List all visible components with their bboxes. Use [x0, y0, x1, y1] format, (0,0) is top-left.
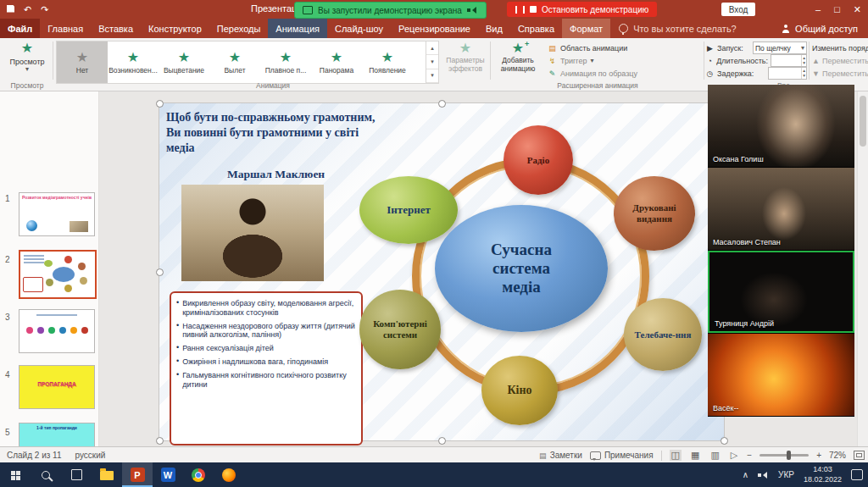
redo-icon[interactable]: ↷ [41, 5, 48, 14]
notes-button[interactable]: ▤ Заметки [539, 451, 582, 460]
clock[interactable]: 14:03 18.02.2022 [804, 465, 842, 484]
tab-format[interactable]: Формат [562, 19, 610, 38]
vertical-scrollbar[interactable] [857, 91, 868, 446]
resize-handle[interactable] [438, 437, 446, 445]
zoom-slider-thumb[interactable] [787, 451, 791, 460]
tab-slideshow[interactable]: Слайд-шоу [327, 19, 391, 38]
participant-tile[interactable]: Васёк-- [708, 334, 854, 416]
gallery-item-fade[interactable]: ★ Выцветание [159, 42, 209, 83]
tab-animations[interactable]: Анимация [268, 19, 327, 38]
circle-radio[interactable]: Радіо [504, 125, 573, 195]
fit-slide-button[interactable] [854, 451, 865, 460]
comments-button[interactable]: Примечания [590, 451, 654, 460]
resize-handle[interactable] [156, 268, 164, 276]
tab-help[interactable]: Справка [510, 19, 562, 38]
tab-design[interactable]: Конструктор [141, 19, 209, 38]
slide-thumbnail-5[interactable]: 1-й тип пропаганди [19, 423, 95, 446]
circle-computer-systems[interactable]: Комп'ютерні системи [359, 290, 441, 369]
taskbar-explorer[interactable] [92, 462, 122, 487]
language-status[interactable]: русский [75, 451, 106, 460]
gallery-item-appear[interactable]: ★ Возникновен... [108, 42, 159, 83]
participant-tile[interactable]: Масалович Степан [708, 168, 854, 250]
effect-options-button[interactable]: ★ Параметры эффектов [442, 41, 488, 80]
login-button[interactable]: Вход [721, 3, 755, 16]
resize-handle[interactable] [156, 100, 164, 108]
spinner-arrows[interactable]: ▴▾ [801, 55, 806, 66]
zoom-out-button[interactable]: − [747, 451, 752, 460]
slide-thumbnail-3[interactable] [19, 309, 95, 353]
circle-television[interactable]: Телебаче-ння [624, 298, 702, 371]
undo-icon[interactable]: ↶ [24, 5, 31, 14]
circle-print-media[interactable]: Друковані видання [614, 176, 695, 251]
slide-thumbnail-4[interactable]: ПРОПАГАНДА [19, 365, 95, 409]
gallery-item-float-in[interactable]: ★ Плавное п... [260, 42, 311, 83]
scrollbar-thumb[interactable] [860, 96, 866, 147]
task-view-button[interactable] [61, 462, 92, 487]
gallery-item-pan[interactable]: ★ Панорама [311, 42, 362, 83]
tab-insert[interactable]: Вставка [91, 19, 141, 38]
slide-thumbnail-1[interactable]: Розвиток медіаграмотності учнів [19, 192, 95, 236]
zoom-level[interactable]: 72% [829, 451, 846, 460]
trigger-button[interactable]: ↯ Триггер ▾ [548, 54, 700, 67]
delay-label: Задержка: [717, 69, 754, 78]
preview-button[interactable]: ★ Просмотр ▾ [3, 41, 51, 80]
add-animation-button[interactable]: ★ + Добавить анимацию [493, 41, 542, 80]
lightning-icon: ↯ [548, 57, 557, 65]
normal-view-button[interactable]: ◫ [670, 450, 682, 461]
resize-handle[interactable] [438, 100, 446, 108]
gallery-item-fly-in[interactable]: ★ Вылет [209, 42, 260, 83]
child-laptop-photo[interactable] [181, 185, 324, 281]
participant-tile-speaking[interactable]: Туряниця Андрій [708, 251, 854, 333]
volume-icon[interactable] [758, 470, 769, 479]
share-button[interactable]: Общий доступ [771, 19, 868, 38]
search-button[interactable] [31, 462, 61, 487]
stop-share-button[interactable]: Остановить демонстрацию [507, 2, 657, 17]
tab-transitions[interactable]: Переходы [209, 19, 269, 38]
slide-title-textbox[interactable]: Щоб бути по-справжньому грамотним, Ви по… [166, 110, 380, 157]
save-icon[interactable] [7, 5, 14, 14]
gallery-scroll-up[interactable]: ▴ [426, 42, 438, 55]
resize-handle[interactable] [721, 437, 728, 445]
gallery-item-wipe[interactable]: ★ Появление [362, 42, 413, 83]
gallery-item-none[interactable]: ★ Нет [57, 42, 108, 83]
slide-bullets-box[interactable]: •Викривлення образу світу, моделювання а… [170, 291, 363, 445]
tray-chevron-icon[interactable]: ∧ [743, 470, 748, 479]
taskbar-word[interactable]: W [153, 462, 183, 487]
participant-tile[interactable]: Оксана Голиш [708, 85, 854, 167]
action-center-button[interactable] [851, 469, 863, 480]
move-earlier-button[interactable]: ▲ Переместить назад [812, 54, 868, 67]
reading-view-button[interactable]: ▥ [709, 450, 721, 461]
circle-internet[interactable]: Інтернет [359, 176, 458, 244]
slide-sorter-view-button[interactable]: ▦ [689, 450, 701, 461]
delay-input[interactable]: ▴▾ [768, 67, 807, 80]
circle-cinema[interactable]: Кіно [481, 356, 558, 425]
tab-view[interactable]: Вид [478, 19, 510, 38]
language-indicator[interactable]: УКР [778, 470, 794, 479]
taskbar-powerpoint[interactable]: P [122, 462, 153, 487]
zoom-slider[interactable] [760, 454, 809, 457]
diagram-center-ellipse[interactable]: Сучасна система медіа [435, 205, 608, 332]
gallery-scroll-down[interactable]: ▾ [426, 55, 438, 69]
zoom-in-button[interactable]: + [816, 451, 821, 460]
tell-me-box[interactable]: Что вы хотите сделать? [610, 19, 745, 38]
close-button[interactable]: ✕ [854, 4, 861, 15]
move-later-button[interactable]: ▼ Переместить вперед [812, 67, 868, 80]
tab-review[interactable]: Рецензирование [391, 19, 478, 38]
slide-author-textbox[interactable]: Маршал Маклюен [227, 168, 325, 181]
slide-canvas[interactable]: Щоб бути по-справжньому грамотним, Ви по… [159, 103, 724, 440]
tab-home[interactable]: Главная [40, 19, 91, 38]
tab-file[interactable]: Файл [0, 19, 40, 38]
start-select[interactable]: По щелчку ▾ [753, 42, 807, 54]
animation-pane-button[interactable]: ▤ Область анимации [548, 42, 700, 54]
duration-input[interactable]: ▴▾ [771, 54, 807, 67]
taskbar-chrome[interactable] [183, 462, 214, 487]
resize-handle[interactable] [156, 437, 164, 445]
restore-button[interactable]: □ [834, 4, 840, 14]
minimize-button[interactable]: – [815, 4, 821, 14]
slideshow-button[interactable]: ▷ [729, 450, 739, 461]
taskbar-firefox[interactable] [214, 462, 244, 487]
spinner-arrows[interactable]: ▴▾ [801, 68, 806, 79]
start-button[interactable] [0, 462, 31, 487]
slide-thumbnail-2-selected[interactable] [19, 250, 97, 299]
animation-painter-button[interactable]: ✎ Анимация по образцу [548, 67, 700, 80]
